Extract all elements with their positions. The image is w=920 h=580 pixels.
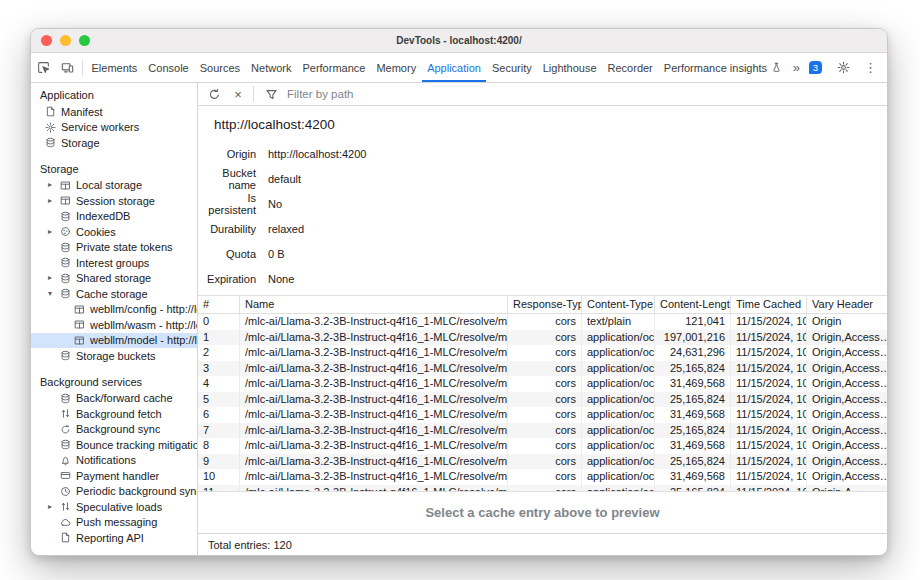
sidebar-section-storage[interactable]: Storage <box>31 159 197 178</box>
cell-content-type: application/oc… <box>582 454 655 470</box>
sidebar-section-application[interactable]: Application <box>31 85 197 104</box>
more-tabs-button[interactable]: » <box>793 60 800 75</box>
tab-application[interactable]: Application <box>422 53 487 82</box>
cache-entry-row[interactable]: 6/mlc-ai/Llama-3.2-3B-Instruct-q4f16_1-M… <box>198 407 887 423</box>
sidebar-item-storage-buckets[interactable]: ▸Storage buckets <box>31 348 197 364</box>
cache-entry-row[interactable]: 5/mlc-ai/Llama-3.2-3B-Instruct-q4f16_1-M… <box>198 392 887 408</box>
chevron-right-icon[interactable]: ▸ <box>45 181 55 189</box>
sidebar-item-private-state-tokens[interactable]: ▸Private state tokens <box>31 240 197 256</box>
chevron-down-icon[interactable]: ▾ <box>45 290 55 298</box>
tab-console[interactable]: Console <box>143 53 194 82</box>
sidebar-item-payment-handler[interactable]: ▸Payment handler <box>31 468 197 484</box>
database-icon <box>60 211 71 222</box>
chevron-right-icon[interactable]: ▸ <box>45 274 55 282</box>
messages-badge[interactable]: 3 <box>809 61 822 74</box>
column-header-vary-header[interactable]: Vary Header <box>807 296 887 314</box>
sidebar-item-notifications[interactable]: ▸Notifications <box>31 453 197 469</box>
chevron-right-icon[interactable]: ▸ <box>45 503 55 511</box>
cache-entry-row[interactable]: 7/mlc-ai/Llama-3.2-3B-Instruct-q4f16_1-M… <box>198 423 887 439</box>
sidebar-item-speculative-loads[interactable]: ▸Speculative loads <box>31 499 197 515</box>
document-icon <box>60 532 71 543</box>
close-window-button[interactable] <box>41 35 52 46</box>
sidebar-item-service-workers[interactable]: Service workers <box>31 120 197 136</box>
sidebar-item-label: Local storage <box>76 179 142 191</box>
sidebar-item-indexeddb[interactable]: ▸IndexedDB <box>31 209 197 225</box>
cell-num: 9 <box>198 454 240 470</box>
cell-content-length: 25,165,824 <box>655 454 731 470</box>
sidebar-item-bounce-tracking-mitigations[interactable]: ▸Bounce tracking mitigations <box>31 437 197 453</box>
tab-lighthouse[interactable]: Lighthouse <box>537 53 602 82</box>
cell-vary-header: Origin,Access… <box>807 438 887 454</box>
sidebar-item-webllm-model-http-loc[interactable]: ▸webllm/model - http://loc… <box>31 333 197 349</box>
cache-entry-row[interactable]: 1/mlc-ai/Llama-3.2-3B-Instruct-q4f16_1-M… <box>198 330 887 346</box>
sidebar-item-label: Interest groups <box>76 257 149 269</box>
sidebar-item-shared-storage[interactable]: ▸Shared storage <box>31 271 197 287</box>
sidebar-item-back-forward-cache[interactable]: ▸Back/forward cache <box>31 391 197 407</box>
cell-response-type: cors <box>508 423 582 439</box>
sidebar-item-background-fetch[interactable]: ▸Background fetch <box>31 406 197 422</box>
cache-entry-row[interactable]: 2/mlc-ai/Llama-3.2-3B-Instruct-q4f16_1-M… <box>198 345 887 361</box>
sidebar-item-push-messaging[interactable]: ▸Push messaging <box>31 515 197 531</box>
cell-num: 7 <box>198 423 240 439</box>
column-header-[interactable]: # <box>198 296 240 314</box>
sidebar-item-cache-storage[interactable]: ▾Cache storage <box>31 286 197 302</box>
sidebar-item-session-storage[interactable]: ▸Session storage <box>31 193 197 209</box>
sidebar-item-webllm-wasm-http-loca[interactable]: ▸webllm/wasm - http://loca… <box>31 317 197 333</box>
cell-content-length: 25,165,824 <box>655 361 731 377</box>
column-header-content-type[interactable]: Content-Type <box>582 296 655 314</box>
filter-by-path-input[interactable]: Filter by path <box>287 88 353 100</box>
sidebar-item-storage[interactable]: Storage <box>31 135 197 151</box>
cell-time-cached: 11/15/2024, 10… <box>731 330 807 346</box>
tab-recorder[interactable]: Recorder <box>602 53 658 82</box>
database-icon <box>45 137 56 148</box>
column-header-response-type[interactable]: Response-Type <box>508 296 582 314</box>
cache-entry-row[interactable]: 9/mlc-ai/Llama-3.2-3B-Instruct-q4f16_1-M… <box>198 454 887 470</box>
minimize-window-button[interactable] <box>60 35 71 46</box>
cell-response-type: cors <box>508 345 582 361</box>
inspect-element-button[interactable] <box>31 57 55 79</box>
sidebar-item-local-storage[interactable]: ▸Local storage <box>31 178 197 194</box>
cell-time-cached: 11/15/2024, 10… <box>731 438 807 454</box>
refresh-button[interactable] <box>202 83 226 105</box>
chevron-right-icon[interactable]: ▸ <box>45 228 55 236</box>
zoom-window-button[interactable] <box>79 35 90 46</box>
sidebar-item-background-sync[interactable]: ▸Background sync <box>31 422 197 438</box>
cell-num: 6 <box>198 407 240 423</box>
column-header-content-length[interactable]: Content-Length <box>655 296 731 314</box>
sidebar-item-periodic-background-sync[interactable]: ▸Periodic background sync <box>31 484 197 500</box>
tab-label: Console <box>148 62 188 74</box>
sidebar-item-label: Notifications <box>76 454 136 466</box>
cache-entry-row[interactable]: 4/mlc-ai/Llama-3.2-3B-Instruct-q4f16_1-M… <box>198 376 887 392</box>
delete-selected-button[interactable]: × <box>228 87 248 102</box>
sidebar-item-reporting-api[interactable]: ▸Reporting API <box>31 530 197 546</box>
sidebar-item-label: webllm/config - http://loc… <box>90 303 197 315</box>
sidebar-item-label: webllm/model - http://loc… <box>90 334 197 346</box>
tab-sources[interactable]: Sources <box>194 53 245 82</box>
sidebar-item-label: Storage <box>61 137 100 149</box>
tab-performance-insights[interactable]: Performance insights <box>658 53 787 82</box>
sidebar-item-manifest[interactable]: Manifest <box>31 104 197 120</box>
cache-entry-row[interactable]: 8/mlc-ai/Llama-3.2-3B-Instruct-q4f16_1-M… <box>198 438 887 454</box>
cache-entry-row[interactable]: 0/mlc-ai/Llama-3.2-3B-Instruct-q4f16_1-M… <box>198 314 887 330</box>
device-toolbar-button[interactable] <box>55 57 79 79</box>
cache-entry-row[interactable]: 10/mlc-ai/Llama-3.2-3B-Instruct-q4f16_1-… <box>198 469 887 485</box>
more-options-button[interactable]: ⋮ <box>864 60 877 75</box>
chevron-right-icon[interactable]: ▸ <box>45 197 55 205</box>
metadata-value: http://localhost:4200 <box>268 148 366 160</box>
column-header-time-cached[interactable]: Time Cached <box>731 296 807 314</box>
tab-elements[interactable]: Elements <box>86 53 143 82</box>
settings-gear-button[interactable] <box>831 57 855 79</box>
tab-memory[interactable]: Memory <box>371 53 422 82</box>
sidebar-item-webllm-config-http-loc[interactable]: ▸webllm/config - http://loc… <box>31 302 197 318</box>
tab-security[interactable]: Security <box>486 53 537 82</box>
column-header-name[interactable]: Name <box>240 296 508 314</box>
tab-network[interactable]: Network <box>246 53 297 82</box>
tab-performance[interactable]: Performance <box>297 53 371 82</box>
window-title: DevTools - localhost:4200/ <box>31 35 887 46</box>
sidebar-item-interest-groups[interactable]: ▸Interest groups <box>31 255 197 271</box>
application-sidebar: ApplicationManifestService workersStorag… <box>31 83 198 555</box>
cache-entry-row[interactable]: 3/mlc-ai/Llama-3.2-3B-Instruct-q4f16_1-M… <box>198 361 887 377</box>
sidebar-item-cookies[interactable]: ▸Cookies <box>31 224 197 240</box>
cell-name: /mlc-ai/Llama-3.2-3B-Instruct-q4f16_1-ML… <box>240 407 508 423</box>
sidebar-section-background-services[interactable]: Background services <box>31 372 197 391</box>
